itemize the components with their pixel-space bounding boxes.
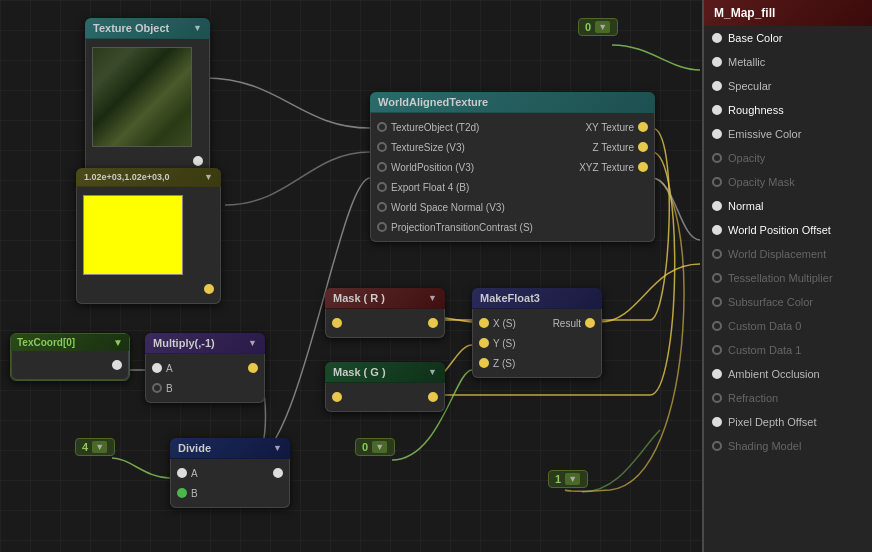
multiply-output-pin[interactable] xyxy=(248,363,258,373)
divide-b-pin[interactable] xyxy=(177,488,187,498)
material-row-shading[interactable]: Shading Model xyxy=(704,434,872,458)
mask-g-output-pin[interactable] xyxy=(428,392,438,402)
material-ao-pin[interactable] xyxy=(712,369,722,379)
node-title: MakeFloat3 xyxy=(480,292,540,304)
multiply-node[interactable]: Multiply(,-1) ▼ A B xyxy=(145,333,265,403)
material-row-opacity-mask[interactable]: Opacity Mask xyxy=(704,170,872,194)
make-float3-y-pin[interactable] xyxy=(479,338,489,348)
material-wpo-label: World Position Offset xyxy=(728,224,831,236)
value-0-top-node[interactable]: 0 ▼ xyxy=(578,18,588,32)
material-subsurface-pin[interactable] xyxy=(712,297,722,307)
input-projection-row: ProjectionTransitionContrast (S) xyxy=(371,217,654,237)
input-projection-pin[interactable] xyxy=(377,222,387,232)
material-normal-pin[interactable] xyxy=(712,201,722,211)
material-custom1-label: Custom Data 1 xyxy=(728,344,801,356)
expand-icon[interactable]: ▼ xyxy=(372,441,387,453)
material-custom1-pin[interactable] xyxy=(712,345,722,355)
material-shading-pin[interactable] xyxy=(712,441,722,451)
material-row-roughness[interactable]: Roughness xyxy=(704,98,872,122)
world-aligned-texture-node[interactable]: WorldAlignedTexture TextureObject (T2d) … xyxy=(370,92,655,242)
input-export-float-pin[interactable] xyxy=(377,182,387,192)
material-tessellation-pin[interactable] xyxy=(712,273,722,283)
multiply-a-pin[interactable] xyxy=(152,363,162,373)
mask-g-header: Mask ( G ) ▼ xyxy=(325,362,445,383)
mask-g-input-pin[interactable] xyxy=(332,392,342,402)
material-row-base-color[interactable]: Base Color xyxy=(704,26,872,50)
material-pixel-depth-pin[interactable] xyxy=(712,417,722,427)
expand-icon[interactable]: ▼ xyxy=(565,473,580,485)
material-row-world-displacement[interactable]: World Displacement xyxy=(704,242,872,266)
node-title: TexCoord[0] xyxy=(17,337,75,348)
make-float3-x-pin[interactable] xyxy=(479,318,489,328)
value-1-node[interactable]: 1 ▼ xyxy=(548,470,558,484)
material-refraction-pin[interactable] xyxy=(712,393,722,403)
input-texture-size-pin[interactable] xyxy=(377,142,387,152)
material-opacity-mask-pin[interactable] xyxy=(712,177,722,187)
material-row-tessellation[interactable]: Tessellation Multiplier xyxy=(704,266,872,290)
material-row-metallic[interactable]: Metallic xyxy=(704,50,872,74)
input-world-normal-pin[interactable] xyxy=(377,202,387,212)
expand-icon[interactable]: ▼ xyxy=(595,21,610,33)
vector-output-pin[interactable] xyxy=(204,284,214,294)
input-texture-object-pin[interactable] xyxy=(377,122,387,132)
material-row-wpo[interactable]: World Position Offset xyxy=(704,218,872,242)
material-base-color-pin[interactable] xyxy=(712,33,722,43)
output-xy-pin[interactable] xyxy=(638,122,648,132)
material-row-opacity[interactable]: Opacity xyxy=(704,146,872,170)
expand-icon[interactable]: ▼ xyxy=(204,172,213,182)
divide-a-pin[interactable] xyxy=(177,468,187,478)
make-float3-result-pin[interactable] xyxy=(585,318,595,328)
material-row-subsurface[interactable]: Subsurface Color xyxy=(704,290,872,314)
material-metallic-pin[interactable] xyxy=(712,57,722,67)
material-emissive-label: Emissive Color xyxy=(728,128,801,140)
material-opacity-pin[interactable] xyxy=(712,153,722,163)
expand-icon[interactable]: ▼ xyxy=(273,443,282,453)
expand-icon[interactable]: ▼ xyxy=(428,367,437,377)
material-custom0-label: Custom Data 0 xyxy=(728,320,801,332)
material-row-custom1[interactable]: Custom Data 1 xyxy=(704,338,872,362)
constant-vector-node[interactable]: 1.02e+03,1.02e+03,0 ▼ xyxy=(76,168,221,304)
node-title: Mask ( G ) xyxy=(333,366,386,378)
material-world-displacement-pin[interactable] xyxy=(712,249,722,259)
texture-output-pin[interactable] xyxy=(193,156,203,166)
mask-r-output-pin[interactable] xyxy=(428,318,438,328)
material-emissive-pin[interactable] xyxy=(712,129,722,139)
material-row-custom0[interactable]: Custom Data 0 xyxy=(704,314,872,338)
material-opacity-label: Opacity xyxy=(728,152,765,164)
expand-icon[interactable]: ▼ xyxy=(248,338,257,348)
divide-node[interactable]: Divide ▼ A B xyxy=(170,438,290,508)
expand-icon[interactable]: ▼ xyxy=(113,337,123,348)
expand-icon[interactable]: ▼ xyxy=(92,441,107,453)
material-row-normal[interactable]: Normal xyxy=(704,194,872,218)
expand-icon[interactable]: ▼ xyxy=(428,293,437,303)
output-xyz-pin[interactable] xyxy=(638,162,648,172)
multiply-b-pin[interactable] xyxy=(152,383,162,393)
material-specular-pin[interactable] xyxy=(712,81,722,91)
material-row-ao[interactable]: Ambient Occlusion xyxy=(704,362,872,386)
make-float3-node[interactable]: MakeFloat3 X (S) Result Y (S) Z (S) xyxy=(472,288,602,378)
value-0-mid-node[interactable]: 0 ▼ xyxy=(355,438,365,452)
texture-object-node[interactable]: Texture Object ▼ xyxy=(85,18,210,176)
material-row-pixel-depth[interactable]: Pixel Depth Offset xyxy=(704,410,872,434)
mask-g-node[interactable]: Mask ( G ) ▼ xyxy=(325,362,445,412)
mask-g-body xyxy=(325,383,445,412)
make-float3-y-row: Y (S) xyxy=(473,333,601,353)
mask-r-input-pin[interactable] xyxy=(332,318,342,328)
make-float3-z-pin[interactable] xyxy=(479,358,489,368)
material-custom0-pin[interactable] xyxy=(712,321,722,331)
mask-r-node[interactable]: Mask ( R ) ▼ xyxy=(325,288,445,338)
divide-output-pin[interactable] xyxy=(273,468,283,478)
material-metallic-label: Metallic xyxy=(728,56,765,68)
material-row-specular[interactable]: Specular xyxy=(704,74,872,98)
input-world-position-pin[interactable] xyxy=(377,162,387,172)
value-0-mid-container: 0 ▼ xyxy=(355,438,395,456)
tex-coord-node[interactable]: TexCoord[0] ▼ xyxy=(10,333,130,381)
material-wpo-pin[interactable] xyxy=(712,225,722,235)
material-row-refraction[interactable]: Refraction xyxy=(704,386,872,410)
expand-icon[interactable]: ▼ xyxy=(193,23,202,33)
material-row-emissive[interactable]: Emissive Color xyxy=(704,122,872,146)
value-4-node[interactable]: 4 ▼ xyxy=(75,438,85,452)
tex-coord-output-pin[interactable] xyxy=(112,360,122,370)
material-roughness-pin[interactable] xyxy=(712,105,722,115)
output-z-pin[interactable] xyxy=(638,142,648,152)
